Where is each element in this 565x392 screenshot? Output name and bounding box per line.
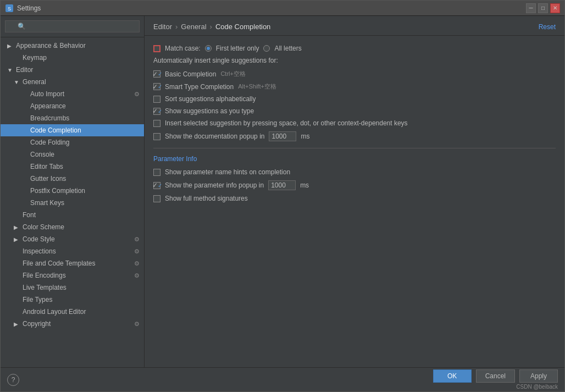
sidebar-item-label: Appearance & Behavior bbox=[16, 42, 86, 49]
sidebar-item-label: Code Style bbox=[23, 235, 55, 243]
sidebar-item-android-layout-editor[interactable]: Android Layout Editor bbox=[1, 306, 144, 318]
sidebar-item-label: Editor Tabs bbox=[30, 163, 63, 170]
cancel-button[interactable]: Cancel bbox=[476, 369, 515, 383]
sidebar-item-file-encodings[interactable]: File Encodings ⚙ bbox=[1, 269, 144, 281]
sidebar-item-font[interactable]: Font bbox=[1, 209, 144, 221]
first-letter-radio[interactable] bbox=[205, 45, 212, 52]
main-content-area: 🔍 ▶ Appearance & Behavior Keymap ▼ bbox=[1, 16, 564, 367]
arrow-icon: ▶ bbox=[14, 321, 20, 327]
parameter-info-title: Parameter Info bbox=[153, 155, 556, 163]
sidebar-item-general[interactable]: ▼ General bbox=[1, 76, 144, 88]
title-bar: S Settings ─ □ ✕ bbox=[1, 1, 564, 16]
sort-suggestions-checkbox[interactable] bbox=[153, 96, 160, 103]
apply-button[interactable]: Apply bbox=[519, 369, 558, 383]
divider-1 bbox=[153, 148, 556, 148]
settings-tree: ▶ Appearance & Behavior Keymap ▼ Editor … bbox=[1, 37, 144, 367]
sidebar-item-label: Console bbox=[30, 151, 54, 158]
basic-completion-checkbox[interactable]: ✓ bbox=[153, 70, 160, 78]
doc-ms-label: ms bbox=[301, 132, 309, 140]
sidebar-item-label: Appearance bbox=[30, 102, 66, 110]
param-ms-label: ms bbox=[300, 181, 309, 189]
panel-header: Editor › General › Code Completion Reset bbox=[145, 16, 564, 36]
all-letters-label: All letters bbox=[274, 45, 301, 52]
settings-window: S Settings ─ □ ✕ 🔍 ▶ Appearance & Behavi… bbox=[0, 0, 565, 392]
settings-icon: ⚙ bbox=[134, 248, 140, 255]
insert-selected-label: Insert selected suggestion by pressing s… bbox=[165, 119, 408, 127]
minimize-button[interactable]: ─ bbox=[526, 3, 536, 13]
close-button[interactable]: ✕ bbox=[550, 3, 560, 13]
sidebar-item-keymap[interactable]: Keymap bbox=[1, 52, 144, 64]
bottom-bar: ? OK Cancel Apply CSDN @beiback bbox=[1, 367, 564, 391]
basic-completion-shortcut: Ctrl+空格 bbox=[220, 70, 246, 78]
match-case-label: Match case: bbox=[165, 45, 201, 52]
show-full-method-label: Show full method signatures bbox=[165, 195, 248, 202]
sidebar-item-auto-import[interactable]: Auto Import ⚙ bbox=[1, 88, 144, 100]
all-letters-radio[interactable] bbox=[263, 45, 270, 52]
settings-icon: ⚙ bbox=[134, 272, 140, 279]
show-full-method-checkbox[interactable] bbox=[153, 195, 160, 202]
sidebar-item-file-types[interactable]: File Types bbox=[1, 294, 144, 306]
window-title: Settings bbox=[17, 4, 526, 12]
sidebar-item-label: Editor bbox=[16, 66, 33, 74]
sidebar-item-console[interactable]: Console bbox=[1, 148, 144, 161]
show-doc-popup-checkbox[interactable] bbox=[153, 133, 160, 140]
basic-completion-row: ✓ Basic Completion Ctrl+空格 bbox=[153, 70, 556, 78]
insert-selected-row: Insert selected suggestion by pressing s… bbox=[153, 119, 556, 127]
sidebar-item-appearance-behavior[interactable]: ▶ Appearance & Behavior bbox=[1, 40, 144, 52]
sidebar-item-editor-tabs[interactable]: Editor Tabs bbox=[1, 161, 144, 173]
show-param-hints-row: Show parameter name hints on completion bbox=[153, 168, 556, 176]
match-case-checkbox[interactable] bbox=[153, 45, 160, 52]
smart-type-shortcut: Alt+Shift+空格 bbox=[238, 82, 276, 91]
sidebar-item-label: Color Scheme bbox=[23, 223, 64, 231]
sidebar-item-color-scheme[interactable]: ▶ Color Scheme bbox=[1, 221, 144, 233]
sidebar-item-postfix-completion[interactable]: Postfix Completion bbox=[1, 185, 144, 197]
sidebar-item-editor[interactable]: ▼ Editor bbox=[1, 64, 144, 76]
bottom-right: OK Cancel Apply CSDN @beiback bbox=[433, 369, 558, 390]
ok-button[interactable]: OK bbox=[433, 369, 472, 383]
arrow-icon: ▼ bbox=[14, 79, 20, 85]
settings-icon: ⚙ bbox=[134, 91, 140, 98]
sidebar-item-appearance[interactable]: Appearance bbox=[1, 100, 144, 112]
watermark: CSDN @beiback bbox=[516, 384, 558, 390]
help-button[interactable]: ? bbox=[7, 374, 19, 386]
smart-type-checkbox[interactable]: ✓ bbox=[153, 83, 160, 90]
insert-selected-checkbox[interactable] bbox=[153, 120, 160, 127]
app-icon: S bbox=[5, 4, 14, 13]
breadcrumb: Editor › General › Code Completion bbox=[153, 23, 270, 31]
sidebar-item-label: Gutter Icons bbox=[30, 175, 66, 183]
sidebar-item-code-style[interactable]: ▶ Code Style ⚙ bbox=[1, 233, 144, 245]
settings-icon: ⚙ bbox=[134, 236, 140, 243]
show-param-hints-checkbox[interactable] bbox=[153, 169, 160, 176]
show-param-popup-row: ✓ Show the parameter info popup in ms bbox=[153, 180, 556, 190]
sidebar-item-label: Copyright bbox=[23, 320, 51, 328]
sidebar-item-copyright[interactable]: ▶ Copyright ⚙ bbox=[1, 318, 144, 330]
sidebar-item-code-folding[interactable]: Code Folding bbox=[1, 136, 144, 148]
sidebar-item-file-code-templates[interactable]: File and Code Templates ⚙ bbox=[1, 257, 144, 269]
show-param-popup-checkbox[interactable]: ✓ bbox=[153, 182, 160, 189]
maximize-button[interactable]: □ bbox=[538, 3, 548, 13]
sidebar-item-code-completion[interactable]: Code Completion bbox=[1, 124, 144, 136]
show-suggestions-checkbox[interactable]: ✓ bbox=[153, 108, 160, 115]
sort-suggestions-row: Sort suggestions alphabetically bbox=[153, 95, 556, 103]
search-input[interactable] bbox=[5, 20, 140, 32]
breadcrumb-sep-2: › bbox=[210, 23, 212, 31]
show-suggestions-row: ✓ Show suggestions as you type bbox=[153, 107, 556, 115]
basic-completion-label: Basic Completion bbox=[165, 70, 216, 78]
sidebar-item-live-templates[interactable]: Live Templates bbox=[1, 281, 144, 294]
show-param-hints-label: Show parameter name hints on completion bbox=[165, 168, 290, 176]
sidebar-item-inspections[interactable]: Inspections ⚙ bbox=[1, 245, 144, 257]
show-param-popup-label: Show the parameter info popup in bbox=[165, 181, 264, 189]
show-doc-popup-label: Show the documentation popup in bbox=[165, 132, 264, 140]
sidebar-item-gutter-icons[interactable]: Gutter Icons bbox=[1, 173, 144, 185]
param-popup-input[interactable] bbox=[268, 180, 296, 190]
breadcrumb-part-1: Editor bbox=[153, 23, 172, 31]
arrow-icon: ▶ bbox=[14, 224, 20, 230]
settings-icon: ⚙ bbox=[134, 321, 140, 328]
sidebar-item-breadcrumbs[interactable]: Breadcrumbs bbox=[1, 112, 144, 124]
show-doc-popup-row: Show the documentation popup in ms bbox=[153, 131, 556, 141]
doc-popup-input[interactable] bbox=[269, 131, 296, 141]
reset-button[interactable]: Reset bbox=[539, 23, 556, 31]
sidebar-item-label: Inspections bbox=[23, 247, 56, 255]
main-panel: Editor › General › Code Completion Reset… bbox=[145, 16, 564, 367]
sidebar-item-smart-keys[interactable]: Smart Keys bbox=[1, 197, 144, 209]
